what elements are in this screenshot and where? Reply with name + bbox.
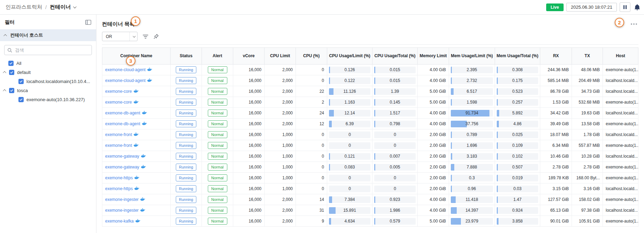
column-header[interactable]: vCore [233,48,265,65]
collapse-panel-icon[interactable] [85,20,91,25]
cpu-usage-total-bar: 1.517 [372,108,418,119]
table-row[interactable]: exemone-cloud-agentRunningNormal16,0002,… [102,75,638,86]
cell-host: localhost.locald... [603,183,638,194]
cell-cpu-pct: 0 [296,75,327,86]
cell-host: exemone-auto(1... [603,162,638,173]
column-header[interactable]: CPU Limit [265,48,296,65]
tree-item[interactable]: localhost.localdomain(10.10.4... [0,77,96,86]
container-name-link[interactable]: exemone-db-agent [105,111,140,115]
table-row[interactable]: exemone-frontRunningNormal16,0001,000000… [102,129,638,140]
table-row[interactable]: exemone-gatewayRunningNormal16,0001,0000… [102,162,638,173]
container-name-link[interactable]: exemone-core [105,89,132,94]
cell-cpu-pct: 2 [296,97,327,108]
cell-container-name: exemone-ingester [102,194,171,205]
checkbox-checked-icon[interactable] [9,70,14,75]
table-row[interactable]: exemone-kafkaRunningNormal16,0002,00094.… [102,216,638,227]
checkbox-checked-icon[interactable] [18,79,24,84]
table-row[interactable]: exemone-coreRunningNormal16,0002,0002211… [102,86,638,97]
cell-tx: 97.38 GiB [572,205,603,216]
breadcrumb-root[interactable]: 인프라스트럭처 [6,4,42,10]
container-name-link[interactable]: exemone-https [105,186,133,191]
column-header[interactable]: TX [572,48,603,65]
cell-rx: 244.36 MiB [540,65,572,75]
table-row[interactable]: exemone-db-agentRunningNormal16,0002,000… [102,108,638,119]
cell-container-name: exemone-https [102,183,171,194]
table-row[interactable]: exemone-ingesterRunningNormal16,0002,000… [102,205,638,216]
table-body: exemone-cloud-agentRunningNormal16,0002,… [102,65,638,227]
table-row[interactable]: exemone-frontRunningNormal16,0001,000000… [102,140,638,151]
container-name-link[interactable]: exemone-kafka [105,219,134,224]
pause-button[interactable] [620,2,630,12]
container-name-link[interactable]: exemone-ingester [105,197,139,202]
column-header[interactable]: Mem Usage/Total (%) [495,48,540,65]
column-header[interactable]: CPU Usage/Total (%) [372,48,418,65]
container-name-link[interactable]: exemone-cloud-agent [105,78,146,83]
column-header[interactable]: Container Name [102,48,171,65]
section-container-hosts[interactable]: 컨테이너 호스트 [0,29,96,41]
column-header[interactable]: Status [171,48,202,65]
docker-whale-icon [134,187,140,191]
cpu-usage-total-bar: 0.015 [372,65,418,75]
chevron-up-icon[interactable] [3,71,6,74]
tree-item[interactable]: tosca [0,86,96,95]
cell-cpu-limit: 2,000 [265,108,296,119]
cpu-usage-total-bar: 0.007 [372,151,418,162]
notification-bell-icon[interactable] [634,4,641,11]
container-name-link[interactable]: exemone-gateway [105,154,139,159]
column-header[interactable]: CPU (%) [296,48,327,65]
column-header[interactable]: Mem Usage/Limit (%) [449,48,495,65]
container-name-link[interactable]: exemone-front [105,143,132,148]
table-row[interactable]: exemone-gatewayRunningNormal16,0001,0000… [102,151,638,162]
container-name-link[interactable]: exemone-core [105,100,132,105]
section-title: 컨테이너 호스트 [10,32,43,38]
tree-item[interactable]: default [0,68,96,77]
cpu-usage-limit-bar: 0 [327,129,372,140]
cell-container-name: exemone-cloud-agent [102,65,171,75]
status-badge: Running [176,185,196,193]
chevron-up-icon[interactable] [3,89,6,92]
filter-icon[interactable] [143,34,148,39]
cell-cpu-pct: 0 [296,129,327,140]
container-name-link[interactable]: exemone-https [105,175,133,180]
column-header[interactable]: Alert [202,48,233,65]
cpu-usage-limit-bar: 0.083 [327,162,372,173]
container-name-link[interactable]: exemone-gateway [105,165,139,170]
checkbox-checked-icon[interactable] [8,61,14,66]
table-row[interactable]: exemone-ingesterRunningNormal16,0002,000… [102,194,638,205]
table-row[interactable]: exemone-coreRunningNormal16,0002,00021.1… [102,97,638,108]
cell-container-name: exemone-db-agent [102,108,171,119]
cell-host: exemone-auto(1... [603,97,638,108]
tree-item[interactable]: All [0,59,96,68]
container-name-link[interactable]: exemone-front [105,132,132,137]
cell-vcore: 16,000 [233,173,265,183]
pin-icon[interactable] [154,34,159,39]
timestamp[interactable]: 2025.06.30 18:07:21 [566,3,617,12]
breadcrumb-current[interactable]: 컨테이너 [50,4,76,10]
cell-memory-limit: 2.00 GiB [418,129,449,140]
cell-memory-limit: 5.00 GiB [418,216,449,227]
tree-item[interactable]: exemone-auto(10.10.36.227) [0,95,96,104]
more-menu-icon[interactable] [629,21,638,27]
table-row[interactable]: exemone-cloud-agentRunningNormal16,0002,… [102,65,638,75]
cpu-usage-total-bar: 0.923 [372,194,418,205]
filter-operator-select[interactable]: OR [102,32,138,41]
column-header[interactable]: Memory Limit [418,48,449,65]
cell-cpu-limit: 1,000 [265,183,296,194]
search-input[interactable] [4,45,92,55]
container-name-link[interactable]: exemone-db-agent [105,121,140,126]
container-name-link[interactable]: exemone-ingester [105,208,139,213]
table-row[interactable]: exemone-httpsRunningNormal16,0001,000000… [102,183,638,194]
table-row[interactable]: exemone-httpsRunningNormal16,0001,000000… [102,173,638,183]
cell-vcore: 16,000 [233,194,265,205]
checkbox-checked-icon[interactable] [9,88,14,93]
table-row[interactable]: exemone-db-agentRunningNormal16,0002,000… [102,119,638,129]
container-name-link[interactable]: exemone-cloud-agent [105,67,146,72]
status-badge: Running [176,218,196,225]
mem-usage-limit-bar: 37.756 [449,119,495,129]
column-header[interactable]: Host [603,48,638,65]
checkbox-checked-icon[interactable] [18,97,24,102]
column-header[interactable]: RX [540,48,572,65]
alert-badge: Normal [208,196,227,203]
alert-badge: Normal [208,153,227,160]
column-header[interactable]: CPU Usage/Limit (%) [327,48,372,65]
